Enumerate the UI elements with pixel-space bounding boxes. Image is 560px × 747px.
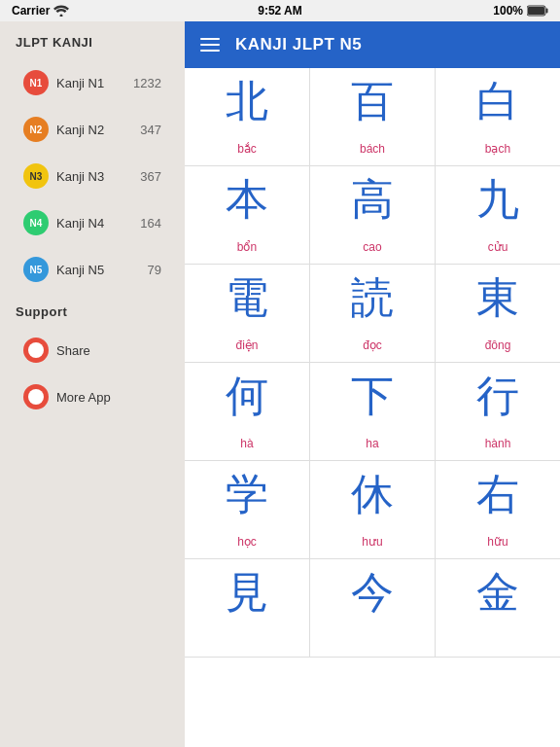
kanji-reading: hữu — [487, 535, 508, 549]
kanji-char: 下 — [351, 374, 394, 417]
kanji-cell[interactable]: 休hưu — [310, 461, 436, 558]
battery-label: 100% — [493, 4, 523, 18]
badge-n3: N3 — [23, 163, 49, 189]
kanji-char: 何 — [226, 374, 268, 417]
battery-icon — [527, 5, 548, 17]
kanji-cell[interactable]: 学học — [185, 461, 310, 558]
kanji-cell[interactable]: 九cửu — [436, 166, 560, 264]
kanji-char: 本 — [226, 178, 268, 221]
kanji-row: 何hà下ha行hành — [185, 363, 560, 461]
kanji-row: 見今金 — [185, 559, 560, 658]
kanji-char: 行 — [476, 374, 519, 417]
kanji-cell[interactable]: 金 — [436, 559, 560, 657]
more-app-icon — [23, 384, 49, 409]
sidebar-item-label-n5: Kanji N5 — [56, 263, 148, 277]
sidebar-item-n1[interactable]: N1 Kanji N1 1232 — [8, 60, 177, 105]
kanji-char: 見 — [226, 571, 268, 614]
sidebar-item-n3[interactable]: N3 Kanji N3 367 — [8, 154, 177, 198]
hamburger-line-2 — [200, 44, 220, 46]
kanji-reading: hà — [240, 437, 253, 450]
kanji-cell[interactable]: 下ha — [310, 363, 436, 460]
carrier-label: Carrier — [12, 4, 50, 18]
kanji-cell[interactable]: 読đọc — [310, 265, 436, 362]
kanji-cell[interactable]: 右hữu — [436, 461, 560, 558]
kanji-cell[interactable]: 今 — [310, 559, 436, 657]
kanji-cell[interactable]: 本bổn — [185, 166, 310, 264]
kanji-char: 百 — [351, 80, 394, 123]
badge-n1: N1 — [23, 70, 49, 95]
app-body: JLPT KANJI N1 Kanji N1 1232 N2 Kanji N2 … — [0, 21, 560, 747]
sidebar-item-more-app[interactable]: More App — [8, 374, 177, 419]
sidebar-item-label-n3: Kanji N3 — [56, 169, 140, 184]
status-right: 100% — [493, 4, 548, 18]
kanji-reading: hưu — [362, 535, 382, 549]
badge-n5: N5 — [23, 257, 49, 282]
kanji-cell[interactable]: 白bạch — [436, 68, 560, 165]
svg-rect-3 — [528, 7, 544, 15]
sidebar-title: JLPT KANJI — [0, 21, 185, 59]
kanji-reading: bắc — [237, 142, 257, 156]
kanji-reading: cao — [363, 240, 381, 254]
sidebar-item-count-n4: 164 — [140, 216, 161, 231]
kanji-cell[interactable]: 行hành — [436, 363, 560, 460]
kanji-reading: ha — [366, 437, 378, 450]
sidebar-item-label-n1: Kanji N1 — [56, 76, 133, 90]
kanji-char: 北 — [226, 80, 268, 123]
kanji-char: 九 — [476, 178, 519, 221]
status-left: Carrier — [12, 4, 69, 18]
kanji-char: 右 — [476, 473, 519, 516]
sidebar-item-share[interactable]: Share — [8, 328, 177, 373]
main-content: KANJI JLPT N5 北bắc百bách白bạch本bổn高cao九cửu… — [185, 21, 560, 747]
kanji-cell[interactable]: 北bắc — [185, 68, 310, 165]
kanji-row: 北bắc百bách白bạch — [185, 68, 560, 166]
kanji-char: 高 — [351, 178, 394, 221]
kanji-char: 東 — [476, 276, 519, 319]
more-app-label: More App — [56, 390, 161, 405]
kanji-char: 白 — [476, 80, 519, 123]
share-icon — [23, 338, 49, 363]
status-time: 9:52 AM — [258, 4, 302, 18]
kanji-reading: bổn — [237, 240, 257, 254]
hamburger-line-1 — [200, 38, 220, 40]
kanji-char: 今 — [351, 571, 394, 614]
kanji-cell[interactable]: 見 — [185, 559, 310, 657]
kanji-reading: cửu — [488, 240, 508, 254]
hamburger-line-3 — [200, 50, 220, 52]
sidebar-item-count-n5: 79 — [148, 263, 161, 277]
menu-button[interactable] — [200, 38, 220, 52]
svg-rect-2 — [546, 9, 548, 14]
status-bar: Carrier 9:52 AM 100% — [0, 0, 560, 21]
kanji-reading: học — [237, 535, 257, 549]
kanji-cell[interactable]: 百bách — [310, 68, 436, 165]
kanji-char: 休 — [351, 473, 394, 516]
sidebar-item-n5[interactable]: N5 Kanji N5 79 — [8, 247, 177, 292]
kanji-char: 電 — [226, 276, 268, 319]
wifi-icon — [53, 5, 69, 17]
kanji-char: 読 — [351, 276, 394, 319]
kanji-row: 学học休hưu右hữu — [185, 461, 560, 559]
header-title: KANJI JLPT N5 — [235, 35, 362, 54]
kanji-reading: bạch — [485, 142, 510, 156]
kanji-row: 電điện読đọc東đông — [185, 265, 560, 363]
kanji-reading: đọc — [363, 338, 382, 352]
sidebar-item-n4[interactable]: N4 Kanji N4 164 — [8, 200, 177, 245]
sidebar-item-n2[interactable]: N2 Kanji N2 347 — [8, 107, 177, 152]
kanji-char: 学 — [226, 473, 268, 516]
sidebar-item-label-n4: Kanji N4 — [56, 216, 140, 231]
kanji-cell[interactable]: 東đông — [436, 265, 560, 362]
support-section-title: Support — [0, 293, 185, 327]
sidebar: JLPT KANJI N1 Kanji N1 1232 N2 Kanji N2 … — [0, 21, 185, 747]
kanji-cell[interactable]: 電điện — [185, 265, 310, 362]
kanji-row: 本bổn高cao九cửu — [185, 166, 560, 265]
svg-point-0 — [60, 15, 63, 18]
share-label: Share — [56, 343, 161, 358]
kanji-reading: bách — [360, 142, 385, 156]
kanji-reading: điện — [235, 338, 258, 352]
sidebar-item-label-n2: Kanji N2 — [56, 123, 140, 137]
kanji-reading: đông — [485, 338, 511, 352]
badge-n4: N4 — [23, 210, 49, 235]
kanji-cell[interactable]: 何hà — [185, 363, 310, 460]
kanji-cell[interactable]: 高cao — [310, 166, 436, 264]
kanji-grid: 北bắc百bách白bạch本bổn高cao九cửu電điện読đọc東đông… — [185, 68, 560, 747]
badge-n2: N2 — [23, 117, 49, 142]
